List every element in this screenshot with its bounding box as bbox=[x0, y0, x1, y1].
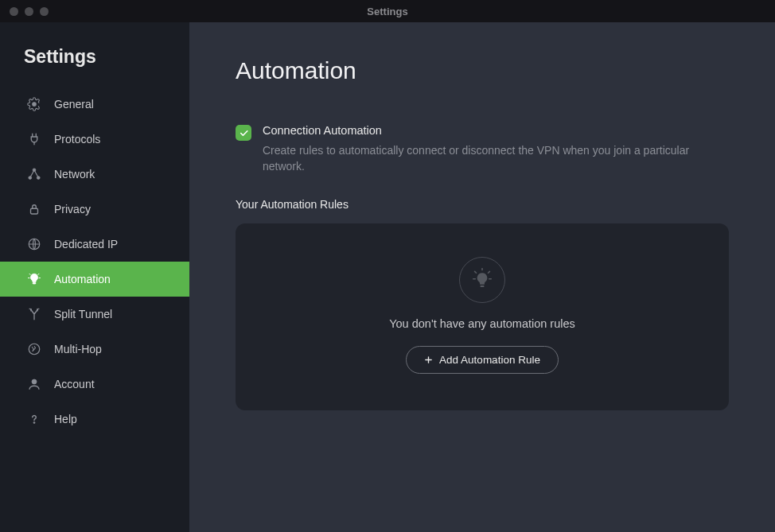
plus-icon bbox=[424, 355, 433, 364]
sidebar-item-automation[interactable]: Automation bbox=[0, 262, 189, 297]
maximize-window-button[interactable] bbox=[40, 7, 49, 16]
sidebar-item-network[interactable]: Network bbox=[0, 157, 189, 192]
sidebar-item-multihop[interactable]: Multi-Hop bbox=[0, 332, 189, 367]
automation-rules-panel: You don't have any automation rules Add … bbox=[236, 223, 729, 410]
sidebar: Settings General Protocols Network Priva… bbox=[0, 22, 189, 532]
svg-rect-9 bbox=[481, 285, 485, 287]
plug-icon bbox=[27, 132, 41, 146]
sidebar-item-dedicated-ip[interactable]: Dedicated IP bbox=[0, 227, 189, 262]
sidebar-item-label: Network bbox=[54, 168, 95, 181]
svg-point-8 bbox=[33, 422, 35, 424]
sidebar-item-label: Split Tunnel bbox=[54, 308, 112, 320]
sidebar-item-privacy[interactable]: Privacy bbox=[0, 192, 189, 227]
sidebar-item-label: Protocols bbox=[54, 133, 100, 146]
connection-automation-setting: Connection Automation Create rules to au… bbox=[236, 124, 729, 174]
empty-state-icon-container bbox=[459, 257, 505, 303]
gear-icon bbox=[27, 97, 41, 111]
sidebar-item-account[interactable]: Account bbox=[0, 367, 189, 402]
sidebar-item-label: Privacy bbox=[54, 203, 91, 216]
svg-rect-5 bbox=[33, 283, 36, 285]
window-titlebar: Settings bbox=[0, 0, 775, 22]
sidebar-item-label: Help bbox=[54, 413, 77, 425]
rules-section-label: Your Automation Rules bbox=[236, 198, 729, 211]
sidebar-item-label: Automation bbox=[54, 273, 111, 285]
page-title: Automation bbox=[236, 57, 729, 84]
sidebar-item-label: Dedicated IP bbox=[54, 238, 118, 250]
check-icon bbox=[239, 128, 249, 138]
network-icon bbox=[27, 167, 41, 181]
svg-point-7 bbox=[32, 379, 37, 384]
connection-automation-description: Create rules to automatically connect or… bbox=[263, 143, 729, 174]
minimize-window-button[interactable] bbox=[25, 7, 33, 16]
add-automation-rule-button[interactable]: Add Automation Rule bbox=[406, 346, 559, 374]
window-controls[interactable] bbox=[0, 7, 49, 16]
sidebar-item-label: Account bbox=[54, 378, 95, 390]
user-icon bbox=[27, 377, 41, 391]
sidebar-item-protocols[interactable]: Protocols bbox=[0, 122, 189, 157]
main-content: Automation Connection Automation Create … bbox=[189, 22, 775, 532]
svg-rect-3 bbox=[31, 208, 38, 214]
sidebar-item-label: General bbox=[54, 98, 94, 111]
sidebar-item-label: Multi-Hop bbox=[54, 343, 102, 355]
globe-ip-icon bbox=[27, 237, 41, 251]
connection-automation-label: Connection Automation bbox=[263, 124, 729, 137]
connection-automation-checkbox[interactable] bbox=[236, 125, 251, 141]
lock-icon bbox=[27, 202, 41, 216]
sidebar-heading: Settings bbox=[0, 46, 189, 87]
sidebar-item-split-tunnel[interactable]: Split Tunnel bbox=[0, 297, 189, 332]
window-title: Settings bbox=[0, 6, 775, 17]
multihop-icon bbox=[27, 342, 41, 356]
sidebar-item-general[interactable]: General bbox=[0, 87, 189, 122]
lightbulb-icon bbox=[470, 268, 494, 292]
lightbulb-icon bbox=[27, 272, 41, 286]
help-icon bbox=[27, 412, 41, 426]
empty-state-text: You don't have any automation rules bbox=[389, 317, 575, 330]
add-button-label: Add Automation Rule bbox=[439, 354, 540, 366]
split-icon bbox=[27, 307, 41, 321]
close-window-button[interactable] bbox=[10, 7, 18, 16]
sidebar-item-help[interactable]: Help bbox=[0, 402, 189, 437]
